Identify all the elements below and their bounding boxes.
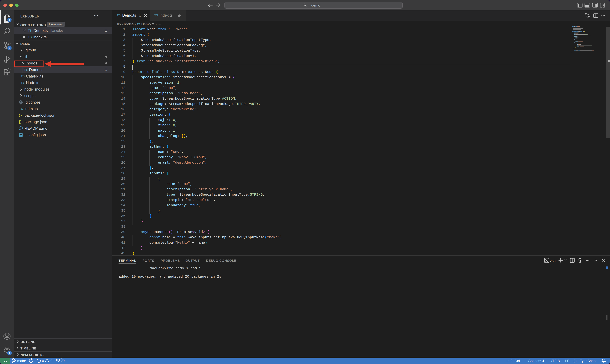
svg-text:1 unsaved: 1 unsaved [48, 22, 64, 26]
svg-text:LF: LF [565, 359, 569, 363]
svg-text:0: 0 [63, 359, 65, 363]
svg-text:main*: main* [17, 359, 26, 363]
svg-text:i: i [20, 127, 21, 130]
svg-text:2: 2 [9, 47, 10, 50]
svg-text:Ln 8, Col 1: Ln 8, Col 1 [506, 359, 523, 363]
svg-text:TS: TS [20, 134, 22, 136]
svg-text:1: 1 [9, 18, 10, 22]
svg-text:0: 0 [42, 359, 44, 363]
svg-text:{ }: { } [573, 359, 577, 363]
svg-text:TypeScript: TypeScript [580, 359, 597, 363]
svg-text:UTF-8: UTF-8 [550, 359, 560, 363]
svg-text:1: 1 [9, 351, 10, 355]
svg-text:0: 0 [50, 359, 52, 363]
svg-text:Spaces: 4: Spaces: 4 [528, 359, 544, 363]
